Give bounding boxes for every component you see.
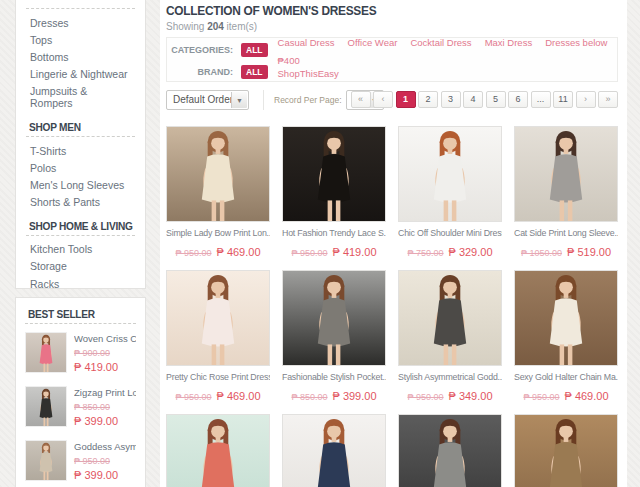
product-card[interactable]: Sexy Gold Halter Chain Ma...₱ 950.00₱ 46… [514, 270, 618, 400]
sidebar-item-shorts-pants[interactable]: Shorts & Pants [16, 194, 145, 211]
pagination-page-[interactable]: ... [531, 91, 551, 108]
product-card[interactable] [282, 414, 386, 487]
sidebar-item-t-shirts[interactable]: T-Shirts [16, 142, 145, 159]
product-name[interactable]: Goddess Asymm... [74, 441, 136, 452]
filter-link-casual-dress[interactable]: Casual Dress [278, 37, 335, 48]
product-image[interactable] [398, 270, 502, 366]
sidebar-item-men-s-long-sleeves[interactable]: Men's Long Sleeves [16, 176, 145, 193]
product-card[interactable]: Stylish Asymmetrical Godd...₱ 950.00₱ 34… [398, 270, 502, 400]
old-price: ₱ 850.00 [74, 402, 136, 412]
pagination-arrow[interactable]: « [351, 91, 371, 108]
pagination-page-1[interactable]: 1 [396, 91, 416, 108]
item-count: 204 [207, 21, 224, 32]
pagination-page-4[interactable]: 4 [463, 91, 483, 108]
product-card[interactable]: Cat Side Print Long Sleeve...₱ 1050.00₱ … [514, 126, 618, 256]
model-figure [399, 271, 501, 365]
categories-filter-row: CATEGORIES: ALL Casual DressOffice WearC… [167, 40, 617, 60]
product-name[interactable]: Sexy Gold Halter Chain Ma... [514, 372, 618, 382]
filter-link-office-wear[interactable]: Office Wear [348, 37, 398, 48]
model-figure [167, 127, 269, 221]
sidebar-item-racks[interactable]: Racks [16, 275, 145, 292]
product-name[interactable]: Simple Lady Bow Print Lon... [166, 228, 270, 238]
pagination-arrow[interactable]: » [598, 91, 618, 108]
product-image[interactable] [514, 126, 618, 222]
product-image[interactable] [398, 126, 502, 222]
old-price: ₱ 950.00 [291, 248, 327, 258]
product-name[interactable]: Chic Off Shoulder Mini Dress [398, 228, 502, 238]
product-image[interactable] [282, 414, 386, 487]
sort-order-select[interactable]: Default Order ▼ [166, 90, 249, 110]
product-name[interactable]: Pretty Chic Rose Print Dress [166, 372, 270, 382]
model-figure [515, 127, 617, 221]
best-seller-thumbnail[interactable] [25, 440, 67, 481]
sidebar-item-lingerie-nightwear[interactable]: Lingerie & Nightwear [16, 66, 145, 83]
product-prices: ₱ 750.00₱ 329.00 [398, 242, 502, 260]
sidebar-item-storage[interactable]: Storage [16, 258, 145, 275]
product-name[interactable]: Zigzag Print Lo... [74, 387, 136, 398]
categories-all-badge[interactable]: ALL [241, 43, 268, 57]
best-seller-item[interactable]: Goddess Asymm...₱ 950.00₱ 399.00 [25, 440, 136, 481]
model-figure [167, 271, 269, 365]
pagination-page-11[interactable]: 11 [553, 91, 573, 108]
sidebar-item-bottoms[interactable]: Bottoms [16, 48, 145, 65]
price: ₱ 419.00 [74, 361, 136, 373]
product-card[interactable]: Chic Off Shoulder Mini Dress₱ 750.00₱ 32… [398, 126, 502, 256]
sidebar-section-title: SHOP HOME & LIVING [29, 220, 132, 232]
best-seller-item[interactable]: Zigzag Print Lo...₱ 850.00₱ 399.00 [25, 386, 136, 427]
product-image[interactable] [398, 414, 502, 487]
product-grid: Simple Lady Bow Print Lon...₱ 950.00₱ 46… [166, 126, 618, 487]
product-name[interactable]: Fashionable Stylish Pocket... [282, 372, 386, 382]
price: ₱ 399.00 [74, 469, 136, 481]
pagination-arrow[interactable]: › [576, 91, 596, 108]
product-card[interactable]: Simple Lady Bow Print Lon...₱ 950.00₱ 46… [166, 126, 270, 256]
toolbar: Default Order ▼ Record Per Page: 20 ▼ «‹… [166, 90, 618, 112]
model-figure [26, 387, 66, 426]
product-card[interactable]: Hot Fashion Trendy Lace S...₱ 950.00₱ 41… [282, 126, 386, 256]
product-image[interactable] [166, 414, 270, 487]
old-price: ₱ 850.00 [291, 392, 327, 402]
product-name[interactable]: Hot Fashion Trendy Lace S... [282, 228, 386, 238]
filter-link-shopthiseasy[interactable]: ShopThisEasy [278, 68, 339, 79]
pagination-page-5[interactable]: 5 [486, 91, 506, 108]
product-card[interactable]: Fashionable Stylish Pocket...₱ 850.00₱ 3… [282, 270, 386, 400]
product-image[interactable] [166, 270, 270, 366]
product-image[interactable] [282, 270, 386, 366]
product-image[interactable] [514, 414, 618, 487]
product-card[interactable] [166, 414, 270, 487]
old-price: ₱ 750.00 [407, 248, 443, 258]
old-price: ₱ 950.00 [407, 392, 443, 402]
pagination-page-2[interactable]: 2 [418, 91, 438, 108]
product-name[interactable]: Woven Criss Cro... [74, 333, 136, 344]
sidebar-item-kitchen-tools[interactable]: Kitchen Tools [16, 241, 145, 258]
sidebar-item-tops[interactable]: Tops [16, 31, 145, 48]
sidebar-item-dresses[interactable]: Dresses [16, 14, 145, 31]
best-seller-info: Woven Criss Cro...₱ 900.00₱ 419.00 [67, 332, 136, 373]
old-price: ₱ 1050.00 [521, 248, 562, 258]
best-seller-item[interactable]: Woven Criss Cro...₱ 900.00₱ 419.00 [25, 332, 136, 373]
pagination-page-6[interactable]: 6 [508, 91, 528, 108]
model-figure [399, 415, 501, 487]
filter-link-maxi-dress[interactable]: Maxi Dress [485, 37, 533, 48]
pagination-page-3[interactable]: 3 [441, 91, 461, 108]
sidebar-item-polos[interactable]: Polos [16, 159, 145, 176]
product-card[interactable]: Pretty Chic Rose Print Dress₱ 950.00₱ 46… [166, 270, 270, 400]
price: ₱ 329.00 [448, 246, 492, 258]
product-image[interactable] [166, 126, 270, 222]
best-seller-thumbnail[interactable] [25, 332, 67, 373]
product-name[interactable]: Cat Side Print Long Sleeve... [514, 228, 618, 238]
filter-link-cocktail-dress[interactable]: Cocktail Dress [410, 37, 471, 48]
price: ₱ 349.00 [448, 390, 492, 402]
product-card[interactable] [398, 414, 502, 487]
product-name[interactable]: Stylish Asymmetrical Godd... [398, 372, 502, 382]
best-seller-info: Goddess Asymm...₱ 950.00₱ 399.00 [67, 440, 136, 481]
product-card[interactable] [514, 414, 618, 487]
sidebar-item-jumpsuits-rompers[interactable]: Jumpsuits & Rompers [16, 83, 145, 112]
model-figure [283, 127, 385, 221]
old-price: ₱ 900.00 [74, 348, 136, 358]
pagination-arrow[interactable]: ‹ [373, 91, 393, 108]
product-image[interactable] [514, 270, 618, 366]
brand-all-badge[interactable]: ALL [241, 65, 268, 79]
model-figure [26, 441, 66, 480]
best-seller-thumbnail[interactable] [25, 386, 67, 427]
product-image[interactable] [282, 126, 386, 222]
